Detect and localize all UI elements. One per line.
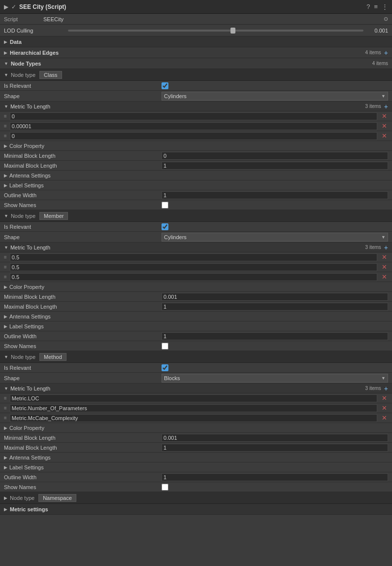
method-metric-input-1[interactable] (10, 404, 377, 412)
member-show-names-checkbox[interactable] (162, 343, 168, 350)
lod-slider-container[interactable] (68, 30, 363, 32)
method-show-names-label: Show Names (4, 484, 162, 490)
method-min-block-input[interactable] (162, 434, 388, 442)
method-metric-drag-2[interactable]: ≡ (4, 415, 7, 421)
class-is-relevant-row: Is Relevant (0, 81, 392, 91)
class-color-label: Color Property (9, 143, 44, 149)
method-node-header[interactable]: ▼ Node type Method (0, 351, 392, 363)
method-shape-select[interactable]: Blocks ▼ (162, 374, 388, 383)
namespace-node-arrow: ▶ (4, 495, 7, 500)
namespace-node-value: Namespace (38, 494, 76, 502)
hierarchical-edges-arrow: ▶ (4, 50, 7, 55)
class-metric-drag-0[interactable]: ≡ (4, 113, 7, 119)
member-metric-input-0[interactable] (10, 253, 377, 261)
hierarchical-edges-section[interactable]: ▶ Hierarchical Edges 4 items + (0, 47, 392, 58)
class-metric-remove-1[interactable]: ✕ (380, 122, 388, 130)
method-shape-label: Shape (4, 375, 162, 381)
method-metric-drag-1[interactable]: ≡ (4, 405, 7, 411)
class-label-settings[interactable]: ▶ Label Settings (0, 180, 392, 190)
member-metric-drag-1[interactable]: ≡ (4, 264, 7, 270)
class-shape-select[interactable]: Cylinders ▼ (162, 92, 388, 101)
member-shape-arrow: ▼ (381, 235, 386, 240)
class-outline-row: Outline Width (0, 190, 392, 200)
class-min-block-input[interactable] (162, 152, 388, 160)
member-shape-select[interactable]: Cylinders ▼ (162, 233, 388, 242)
member-label-settings[interactable]: ▶ Label Settings (0, 321, 392, 331)
class-show-names-row: Show Names (0, 200, 392, 210)
member-antenna-arrow: ▶ (4, 314, 7, 319)
class-min-block-row: Minimal Block Length (0, 151, 392, 161)
member-outline-label: Outline Width (4, 333, 162, 339)
member-metric-add[interactable]: + (384, 244, 388, 251)
class-max-block-input[interactable] (162, 162, 388, 170)
method-metric-add[interactable]: + (384, 385, 388, 392)
settings-icon[interactable]: ≡ (374, 3, 378, 10)
method-color-label: Color Property (9, 425, 44, 431)
member-metric-input-2[interactable] (10, 273, 377, 281)
member-shape-row: Shape Cylinders ▼ (0, 232, 392, 243)
member-min-block-input[interactable] (162, 293, 388, 301)
method-antenna-settings[interactable]: ▶ Antenna Settings (0, 453, 392, 462)
method-outline-input[interactable] (162, 473, 388, 481)
class-is-relevant-checkbox[interactable] (162, 82, 168, 89)
method-is-relevant-checkbox[interactable] (162, 364, 168, 371)
member-antenna-settings[interactable]: ▶ Antenna Settings (0, 312, 392, 321)
method-metric-remove-2[interactable]: ✕ (380, 414, 388, 422)
lod-slider[interactable] (68, 30, 363, 32)
class-node-header[interactable]: ▼ Node type Class (0, 69, 392, 81)
class-antenna-settings[interactable]: ▶ Antenna Settings (0, 171, 392, 180)
member-outline-input[interactable] (162, 332, 388, 340)
method-color-property[interactable]: ▶ Color Property (0, 423, 392, 433)
method-show-names-checkbox[interactable] (162, 484, 168, 491)
namespace-node-header[interactable]: ▶ Node type Namespace (0, 492, 392, 504)
method-metric-remove-0[interactable]: ✕ (380, 394, 388, 402)
class-outline-input[interactable] (162, 191, 388, 199)
member-is-relevant-checkbox[interactable] (162, 223, 168, 230)
member-metric-input-1[interactable] (10, 263, 377, 271)
class-metric-add[interactable]: + (384, 103, 388, 110)
method-label-settings[interactable]: ▶ Label Settings (0, 462, 392, 472)
class-color-arrow: ▶ (4, 143, 7, 148)
target-icon[interactable]: ⊙ (384, 16, 388, 22)
member-metric-remove-2[interactable]: ✕ (380, 273, 388, 281)
member-color-property[interactable]: ▶ Color Property (0, 282, 392, 292)
member-metric-header[interactable]: ▼ Metric To Length 3 items + (0, 243, 392, 252)
class-metric-input-1[interactable] (10, 122, 377, 130)
member-node-header[interactable]: ▼ Node type Member (0, 210, 392, 222)
member-color-label: Color Property (9, 284, 44, 290)
data-label: Data (10, 39, 22, 45)
member-max-block-row: Maximal Block Length (0, 302, 392, 312)
method-metric-input-2[interactable] (10, 414, 377, 422)
class-color-property[interactable]: ▶ Color Property (0, 141, 392, 151)
more-icon[interactable]: ⋮ (382, 3, 388, 10)
lod-slider-thumb[interactable] (230, 28, 235, 34)
member-metric-drag-0[interactable]: ≡ (4, 254, 7, 260)
class-metric-input-2[interactable] (10, 132, 377, 140)
data-section[interactable]: ▶ Data (0, 36, 392, 47)
class-metric-drag-2[interactable]: ≡ (4, 133, 7, 139)
method-metric-input-0[interactable] (10, 394, 377, 402)
class-antenna-label: Antenna Settings (9, 173, 51, 178)
member-metric-remove-0[interactable]: ✕ (380, 253, 388, 261)
node-types-section[interactable]: ▼ Node Types 4 items (0, 58, 392, 69)
member-metric-remove-1[interactable]: ✕ (380, 263, 388, 271)
method-metric-drag-0[interactable]: ≡ (4, 395, 7, 401)
class-metric-remove-0[interactable]: ✕ (380, 112, 388, 120)
lod-row: LOD Culling 0.001 (0, 25, 392, 36)
class-metric-input-0[interactable] (10, 112, 377, 120)
member-metric-drag-2[interactable]: ≡ (4, 274, 7, 280)
hierarchical-edges-add[interactable]: + (384, 49, 388, 57)
help-icon[interactable]: ? (366, 3, 370, 10)
member-max-block-input[interactable] (162, 303, 388, 311)
method-max-block-input[interactable] (162, 444, 388, 452)
method-metric-remove-1[interactable]: ✕ (380, 404, 388, 412)
method-outline-row: Outline Width (0, 472, 392, 482)
metric-settings-section[interactable]: ▶ Metric settings (0, 504, 392, 515)
class-show-names-checkbox[interactable] (162, 202, 168, 209)
node-types-arrow: ▼ (4, 61, 8, 66)
method-min-block-label: Minimal Block Length (4, 435, 162, 441)
class-metric-remove-2[interactable]: ✕ (380, 132, 388, 140)
method-metric-header[interactable]: ▼ Metric To Length 3 items + (0, 384, 392, 393)
class-metric-drag-1[interactable]: ≡ (4, 123, 7, 129)
class-metric-header[interactable]: ▼ Metric To Length 3 items + (0, 102, 392, 111)
